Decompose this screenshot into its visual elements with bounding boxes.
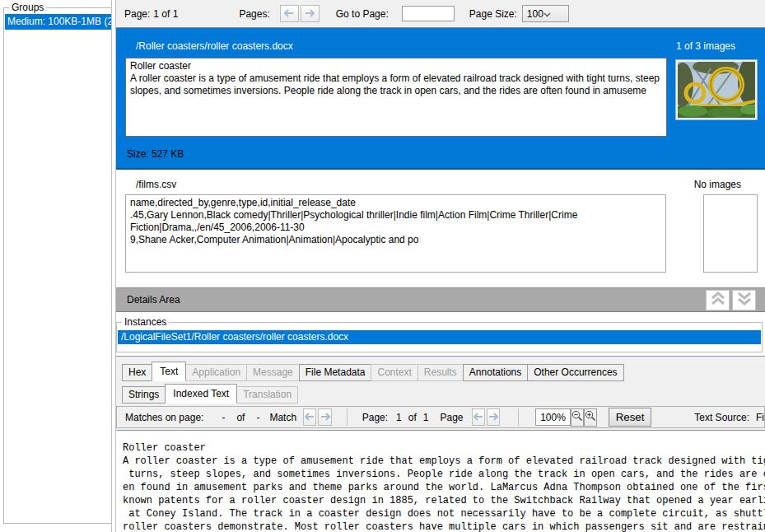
instances-title: Instances <box>122 316 169 328</box>
file-text-preview[interactable]: name,directed_by,genre,type,id,initial_r… <box>125 194 666 273</box>
tab-context: Context <box>371 364 417 381</box>
matches-total: - <box>256 412 259 423</box>
text-line: turns, steep slopes, and sometimes inver… <box>123 468 765 481</box>
tab-application: Application <box>185 364 247 381</box>
arrow-left-icon <box>284 7 294 20</box>
image-placeholder <box>703 194 758 273</box>
double-chevron-up-icon <box>710 292 726 308</box>
roller-coaster-image <box>678 62 755 118</box>
next-match-button[interactable] <box>318 408 331 426</box>
matches-label: Matches on page: <box>125 412 203 423</box>
double-chevron-down-icon <box>736 292 753 308</box>
tab-strings[interactable]: Strings <box>122 386 166 404</box>
indexed-text-content[interactable]: Roller coaster A roller coaster is a typ… <box>116 430 765 532</box>
text-page-label: Page: <box>362 412 388 423</box>
arrow-right-icon <box>305 7 315 20</box>
text-page-current: 1 <box>396 412 402 423</box>
details-area-bar: Details Area <box>116 287 765 312</box>
zoom-out-button[interactable] <box>571 408 584 427</box>
file-card-films-csv[interactable]: /films.csv No images name,directed_by,ge… <box>116 170 765 283</box>
page-label: Page: <box>124 8 150 20</box>
file-path: /Roller coasters/roller coasters.docx <box>136 40 293 52</box>
next-page-button[interactable] <box>301 5 320 22</box>
arrow-left-icon <box>305 411 315 423</box>
tab-annotations[interactable]: Annotations <box>463 364 528 381</box>
arrow-right-icon <box>320 411 330 423</box>
text-page-total: 1 <box>423 412 429 423</box>
text-line: roller coasters demonstrate. Most roller… <box>123 520 765 532</box>
page-value: 1 of 1 <box>153 8 178 20</box>
text-line: en found in amusement parks and theme pa… <box>123 481 765 494</box>
groups-sidebar: Groups Medium: 100KB-1MB (2) <box>0 0 111 532</box>
text-source-label: Text Source: <box>694 412 749 423</box>
text-prev-page-button[interactable] <box>472 408 485 426</box>
text-source-value[interactable]: Fi <box>756 412 764 423</box>
tab-message: Message <box>246 364 300 381</box>
page-size-value: 100 <box>527 8 543 20</box>
text-line: at Coney Island. The track in a coaster … <box>123 507 765 520</box>
viewer-tabs: Hex Text Application Message File Metada… <box>116 357 765 381</box>
collapse-up-button[interactable] <box>706 290 730 310</box>
tab-translation: Translation <box>236 386 298 404</box>
expand-down-button[interactable] <box>732 290 756 310</box>
matches-current: - <box>222 412 225 423</box>
image-count-label: 1 of 3 images <box>676 40 735 52</box>
goto-page-label: Go to Page: <box>336 8 389 20</box>
content-viewer-panel: Hex Text Application Message File Metada… <box>116 356 765 532</box>
text-subtabs: Strings Indexed Text Translation <box>116 381 765 404</box>
tab-other-occurrences[interactable]: Other Occurrences <box>527 364 623 381</box>
pages-label: Pages: <box>239 8 269 20</box>
page-size-select[interactable]: 100 <box>522 5 569 22</box>
zoom-level-field[interactable]: 100% <box>535 408 571 426</box>
tab-results: Results <box>417 364 464 381</box>
tab-file-metadata[interactable]: File Metadata <box>299 364 372 381</box>
tab-hex[interactable]: Hex <box>122 364 152 381</box>
text-next-page-button[interactable] <box>487 408 500 426</box>
text-line: A roller coaster is a type of amusement … <box>123 455 765 468</box>
file-size-label: Size: 527 KB <box>127 148 184 160</box>
reset-button[interactable]: Reset <box>609 408 651 427</box>
page-size-label: Page Size: <box>469 8 517 20</box>
arrow-right-icon <box>488 411 498 423</box>
zoom-in-button[interactable] <box>584 408 597 427</box>
file-text-preview[interactable]: Roller coaster A roller coaster is a typ… <box>125 58 667 137</box>
text-line: Roller coaster <box>123 441 765 455</box>
instance-row[interactable]: /LogicalFileSet1/Roller coasters/roller … <box>118 330 761 344</box>
matches-of-label: of <box>236 412 245 423</box>
text-page-word: Page <box>440 412 463 423</box>
prev-page-button[interactable] <box>280 5 299 22</box>
main-panel: Page: 1 of 1 Pages: Go to Page: Page Siz… <box>116 0 765 532</box>
sidebar-item-medium-group[interactable]: Medium: 100KB-1MB (2) <box>5 14 119 30</box>
groups-panel: Groups Medium: 100KB-1MB (2) <box>3 2 120 524</box>
magnifier-minus-icon <box>571 410 583 424</box>
text-line: known patents for a roller coaster desig… <box>123 494 765 507</box>
indexed-text-toolbar: Matches on page: - of - Match Page: 1 of… <box>116 406 765 428</box>
tab-text[interactable]: Text <box>152 362 186 381</box>
details-area-label: Details Area <box>127 294 180 306</box>
magnifier-plus-icon <box>585 410 596 424</box>
chevron-down-icon <box>543 8 551 20</box>
app-window: Groups Medium: 100KB-1MB (2) Page: 1 of … <box>0 0 765 532</box>
text-page-of: of <box>408 412 417 423</box>
match-label: Match <box>269 412 296 423</box>
file-path: /films.csv <box>136 179 176 190</box>
goto-page-input[interactable] <box>402 6 455 21</box>
prev-match-button[interactable] <box>303 408 316 426</box>
groups-title: Groups <box>9 2 46 13</box>
pagination-toolbar: Page: 1 of 1 Pages: Go to Page: Page Siz… <box>116 0 765 28</box>
roller-coaster-thumbnail[interactable] <box>675 59 758 120</box>
image-count-label: No images <box>694 179 741 190</box>
tab-indexed-text[interactable]: Indexed Text <box>165 384 237 404</box>
file-card-roller-coasters[interactable]: /Roller coasters/roller coasters.docx 1 … <box>116 28 765 170</box>
arrow-left-icon <box>473 411 483 423</box>
instances-panel: Instances /LogicalFileSet1/Roller coaste… <box>116 316 763 352</box>
